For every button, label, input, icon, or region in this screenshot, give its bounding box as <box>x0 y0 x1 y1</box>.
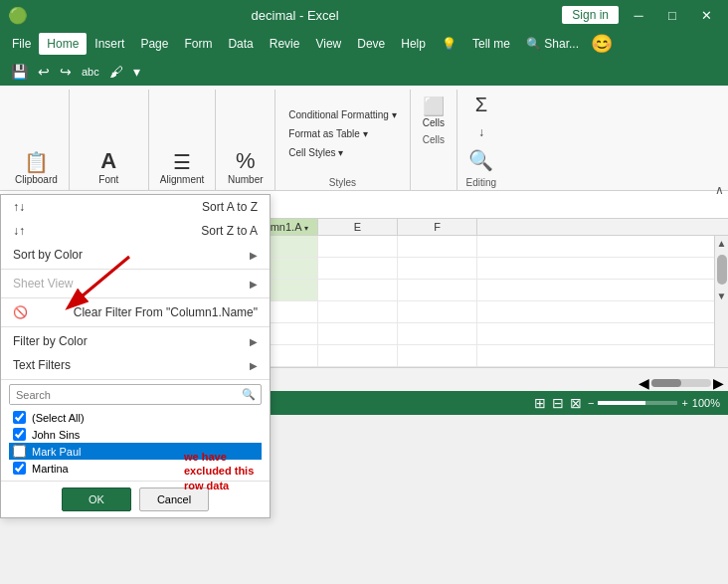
menu-form[interactable]: Form <box>176 33 220 55</box>
fill-icon: ↓ <box>478 126 484 138</box>
menu-page[interactable]: Page <box>132 33 176 55</box>
menu-file[interactable]: File <box>4 33 39 55</box>
cell-F6[interactable] <box>398 301 477 322</box>
sort-a-to-z[interactable]: ↑↓ Sort A to Z <box>1 195 270 219</box>
restore-button[interactable]: □ <box>658 4 686 26</box>
filter-color-arrow: ▶ <box>250 336 258 347</box>
customize-qa[interactable]: ▾ <box>130 62 143 82</box>
quick-access-toolbar: 💾 ↩ ↪ abc 🖌 ▾ <box>0 58 728 86</box>
checkbox-martina-input[interactable] <box>13 462 26 475</box>
cell-F7[interactable] <box>398 323 477 344</box>
redo-icon[interactable]: ↪ <box>57 62 75 82</box>
status-right: ⊞ ⊟ ⊠ − + 100% <box>534 395 720 411</box>
alignment-button[interactable]: ☰ Alignment <box>155 149 209 188</box>
menu-home[interactable]: Home <box>39 33 87 55</box>
cells-group-label: Cells <box>417 134 451 145</box>
undo-icon[interactable]: ↩ <box>35 62 53 82</box>
checkbox-mark-paul-label: Mark Paul <box>32 446 82 458</box>
col-header-F[interactable]: F <box>398 219 477 235</box>
search-icon[interactable]: 🔍 <box>237 385 261 404</box>
horizontal-scroll-left[interactable]: ◀ <box>638 375 649 391</box>
cell-E7[interactable] <box>318 323 398 344</box>
editing-fill-button[interactable]: ↓ <box>463 123 499 143</box>
sort-az-icon: ↑↓ <box>13 200 25 214</box>
h-scroll-thumb[interactable] <box>651 379 681 387</box>
menu-help[interactable]: Help <box>393 33 434 55</box>
zoom-level: 100% <box>692 397 720 409</box>
format-as-table-button[interactable]: Format as Table ▾ <box>281 125 403 142</box>
sort-az-label: Sort A to Z <box>202 200 258 214</box>
signin-button[interactable]: Sign in <box>562 6 619 24</box>
checkbox-martina-label: Martina <box>32 463 69 475</box>
cell-F8[interactable] <box>398 345 477 366</box>
close-button[interactable]: ✕ <box>692 4 720 26</box>
clear-filter[interactable]: 🚫 Clear Filter From "Column1.Name" <box>1 300 270 324</box>
number-button[interactable]: % Number <box>223 147 269 188</box>
zoom-plus-icon[interactable]: + <box>681 397 687 409</box>
menu-tell-me[interactable]: Tell me <box>464 33 518 55</box>
page-break-icon[interactable]: ⊠ <box>570 395 582 411</box>
cell-E3[interactable] <box>318 236 398 257</box>
scroll-down-icon[interactable]: ▼ <box>715 289 728 303</box>
font-icon: A <box>100 150 116 172</box>
checkbox-select-all[interactable]: (Select All) <box>9 409 262 426</box>
separator-4 <box>1 379 270 380</box>
cell-styles-button[interactable]: Cell Styles ▾ <box>281 144 403 161</box>
filter-color-label: Filter by Color <box>13 334 88 348</box>
normal-view-icon[interactable]: ⊞ <box>534 395 546 411</box>
sort-color-label: Sort by Color <box>13 248 83 262</box>
scroll-thumb[interactable] <box>717 255 727 285</box>
ok-button[interactable]: OK <box>62 487 131 511</box>
menu-lightbulb[interactable]: 💡 <box>434 33 464 55</box>
cell-E6[interactable] <box>318 301 398 322</box>
search-input[interactable] <box>10 386 237 404</box>
cells-button[interactable]: ⬜ Cells <box>417 92 451 132</box>
menu-insert[interactable]: Insert <box>87 33 132 55</box>
filter-by-color[interactable]: Filter by Color ▶ <box>1 329 270 353</box>
zoom-slider[interactable] <box>598 401 677 405</box>
cells-icon: ⬜ <box>423 96 445 117</box>
zoom-minus-icon[interactable]: − <box>588 397 594 409</box>
sort-za-label: Sort Z to A <box>201 224 258 238</box>
editing-search-button[interactable]: 🔍 <box>463 147 499 175</box>
save-icon[interactable]: 💾 <box>8 62 31 82</box>
sort-by-color[interactable]: Sort by Color ▶ <box>1 243 270 267</box>
menu-share[interactable]: 🔍 Shar... <box>518 33 587 55</box>
ribbon-group-alignment: ☰ Alignment <box>149 90 216 190</box>
font-button[interactable]: A Font <box>91 147 126 188</box>
clipboard-button[interactable]: 📋 Clipboard <box>10 149 63 188</box>
sum-icon: Σ <box>475 95 487 114</box>
checkbox-john-sins[interactable]: John Sins <box>9 426 262 443</box>
ribbon-collapse-icon[interactable]: ∧ <box>715 183 724 197</box>
horizontal-scroll-right[interactable]: ▶ <box>713 375 724 391</box>
checkbox-select-all-input[interactable] <box>13 411 26 424</box>
menu-view[interactable]: View <box>307 33 349 55</box>
title-bar: 🟢 decimal - Excel Sign in ─ □ ✕ <box>0 0 728 30</box>
cell-E4[interactable] <box>318 258 398 279</box>
sort-za-icon: ↓↑ <box>13 224 25 238</box>
cell-E5[interactable] <box>318 280 398 300</box>
cell-F4[interactable] <box>398 258 477 279</box>
menu-dev[interactable]: Deve <box>349 33 393 55</box>
vertical-scrollbar[interactable]: ▲ ▼ <box>714 236 728 367</box>
text-filters[interactable]: Text Filters ▶ <box>1 353 270 377</box>
cell-E8[interactable] <box>318 345 398 366</box>
cell-F5[interactable] <box>398 280 477 300</box>
scroll-up-icon[interactable]: ▲ <box>715 236 728 251</box>
col-header-E[interactable]: E <box>318 219 398 235</box>
abc-label[interactable]: abc <box>79 64 102 80</box>
paint-icon[interactable]: 🖌 <box>106 62 126 82</box>
text-filters-arrow: ▶ <box>250 360 258 371</box>
alignment-icon: ☰ <box>173 152 191 172</box>
menu-review[interactable]: Revie <box>262 33 308 55</box>
checkbox-mark-paul-input[interactable] <box>13 445 26 458</box>
checkbox-john-sins-input[interactable] <box>13 428 26 441</box>
sort-z-to-a[interactable]: ↓↑ Sort Z to A <box>1 219 270 243</box>
minimize-button[interactable]: ─ <box>625 4 652 26</box>
checkbox-select-all-label: (Select All) <box>32 412 85 424</box>
conditional-formatting-button[interactable]: Conditional Formatting ▾ <box>281 106 403 123</box>
cell-F3[interactable] <box>398 236 477 257</box>
page-layout-icon[interactable]: ⊟ <box>552 395 564 411</box>
menu-data[interactable]: Data <box>220 33 261 55</box>
editing-sum-button[interactable]: Σ <box>463 92 499 119</box>
